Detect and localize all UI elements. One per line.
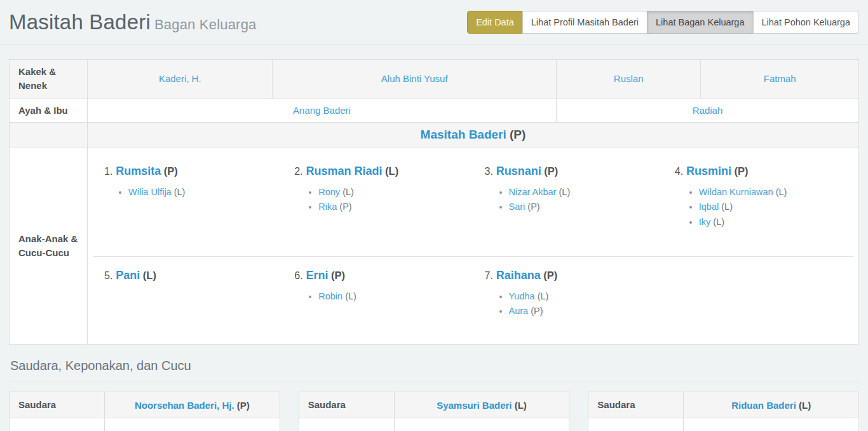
- grandkid-link[interactable]: Nizar Akbar: [509, 187, 557, 197]
- children-row: Anak-Anak & Cucu-Cucu 1.Rumsita (P) Wili…: [10, 147, 859, 345]
- grandkid-gender: (P): [527, 202, 539, 212]
- child-gender: (L): [385, 165, 398, 177]
- grandkid-link[interactable]: Rony: [318, 187, 340, 197]
- grandkids-list: Wilia Ulfija (L): [104, 185, 273, 200]
- grandkid-item: Iqbal (L): [699, 200, 843, 214]
- nephews-label: Keponakan & Cucu-Cucu: [10, 418, 105, 431]
- person-title: Masitah Baderi: [9, 10, 151, 34]
- child-block: 7.Raihana (P) Yudha (L) Aura (P): [473, 257, 663, 339]
- child-block: 1.Rumsita (P) Wilia Ulfija (L): [93, 153, 283, 256]
- child-link[interactable]: Erni: [306, 269, 329, 282]
- person-label-empty: [10, 123, 88, 147]
- sibling-table: Saudara Noorsehan Baderi, Hj. (P) Kepona…: [9, 392, 280, 431]
- grandkid-gender: (L): [342, 187, 354, 197]
- grandparent-link[interactable]: Fatmah: [764, 73, 796, 84]
- family-table-wrap: Kakek & Nenek Kaderi, H. Aluh Binti Yusu…: [9, 59, 859, 345]
- sibling-gender: (P): [237, 400, 250, 411]
- child-link[interactable]: Rusman Riadi: [306, 165, 383, 177]
- view-tree-button[interactable]: Lihat Pohon Keluarga: [753, 11, 859, 34]
- mother-link[interactable]: Radiah: [693, 105, 723, 116]
- child-link[interactable]: Rusnani: [496, 165, 541, 177]
- view-chart-button[interactable]: Lihat Bagan Keluarga: [647, 11, 753, 34]
- sibling-link[interactable]: Riduan Baderi: [731, 400, 796, 411]
- grandparent-link[interactable]: Kaderi, H.: [159, 73, 201, 84]
- nephews-label: Keponakan & Cucu-Cucu: [299, 418, 394, 431]
- person-gender: (P): [510, 128, 526, 141]
- grandparent-link[interactable]: Ruslan: [614, 73, 644, 84]
- child-block: 3.Rusnani (P) Nizar Akbar (L) Sari (P): [473, 153, 663, 256]
- child-heading: 7.Raihana (P): [485, 269, 653, 282]
- grandkids-list: Robin (L): [294, 289, 463, 304]
- grandkid-item: Robin (L): [318, 289, 463, 304]
- grandkid-item: Rika (P): [318, 200, 463, 214]
- view-profile-button[interactable]: Lihat Profil Masitah Baderi: [522, 11, 648, 34]
- grandkids-list: Wildan Kurniawan (L) Iqbal (L) Iky (L): [675, 185, 843, 229]
- grandkid-link[interactable]: Aura: [509, 306, 529, 316]
- grandkid-link[interactable]: Yudha: [509, 291, 535, 301]
- grandkid-link[interactable]: Sari: [509, 202, 526, 212]
- child-number: 4.: [675, 166, 683, 177]
- header-button-group: Edit Data Lihat Profil Masitah Baderi Li…: [467, 11, 859, 34]
- grandkid-gender: (L): [721, 202, 733, 212]
- edit-data-button[interactable]: Edit Data: [467, 11, 523, 34]
- child-heading: 1.Rumsita (P): [104, 165, 273, 178]
- grandkids-list: Rony (L) Rika (P): [294, 185, 463, 214]
- children-grid-row-1: 1.Rumsita (P) Wilia Ulfija (L) 2.Rusman …: [93, 153, 853, 256]
- sibling-label: Saudara: [10, 392, 105, 418]
- grandkid-link[interactable]: Iqbal: [699, 202, 719, 212]
- grandkid-item: Wilia Ulfija (L): [128, 185, 273, 200]
- child-number: 1.: [104, 166, 112, 177]
- child-number: 3.: [485, 166, 493, 177]
- sibling-table: Saudara Riduan Baderi (L) Keponakan & Cu…: [588, 392, 859, 431]
- child-block: 4.Rusmini (P) Wildan Kurniawan (L) Iqbal…: [663, 153, 853, 256]
- grandkid-link[interactable]: Robin: [318, 291, 342, 301]
- child-heading: 2.Rusman Riadi (L): [294, 165, 463, 178]
- grandkids-list: Yudha (L) Aura (P): [485, 289, 653, 318]
- child-link[interactable]: Rumsita: [116, 165, 161, 177]
- grandkid-gender: (P): [531, 306, 543, 316]
- person-name-wrap: Masitah Baderi (P): [421, 128, 526, 141]
- sibling-gender: (L): [515, 400, 527, 411]
- child-block: 2.Rusman Riadi (L) Rony (L) Rika (P): [283, 153, 473, 256]
- nephews-row: Keponakan & Cucu-Cucu 1.Muna Makmun (P) …: [10, 418, 280, 431]
- child-link[interactable]: Pani: [116, 269, 140, 282]
- siblings-section-heading: Saudara, Keponakan, dan Cucu: [9, 355, 859, 381]
- child-number: 2.: [294, 166, 302, 177]
- sibling-link[interactable]: Noorsehan Baderi, Hj.: [135, 400, 234, 411]
- child-link[interactable]: Raihana: [496, 269, 541, 282]
- child-link[interactable]: Rusmini: [686, 165, 731, 177]
- sibling-link[interactable]: Syamsuri Baderi: [437, 400, 512, 411]
- father-link[interactable]: Anang Baderi: [293, 105, 351, 116]
- parents-label: Ayah & Ibu: [10, 98, 88, 123]
- grandkids-list: Nizar Akbar (L) Sari (P): [485, 185, 653, 214]
- sibling-label: Saudara: [299, 392, 394, 418]
- child-gender: (P): [544, 165, 558, 177]
- page-header: Masitah BaderiBagan Keluarga Edit Data L…: [0, 0, 868, 45]
- family-table: Kakek & Nenek Kaderi, H. Aluh Binti Yusu…: [9, 59, 859, 345]
- child-heading: 3.Rusnani (P): [485, 165, 653, 178]
- sibling-card-3: Saudara Riduan Baderi (L) Keponakan & Cu…: [588, 392, 859, 431]
- nephews-row: Keponakan & Cucu-Cucu 1.Zuraida (P) Andi…: [588, 418, 859, 431]
- grandkid-link[interactable]: Wildan Kurniawan: [699, 187, 773, 197]
- sibling-label: Saudara: [588, 392, 684, 418]
- sibling-name-row: Saudara Noorsehan Baderi, Hj. (P): [10, 392, 280, 418]
- sibling-card-1: Saudara Noorsehan Baderi, Hj. (P) Kepona…: [9, 392, 280, 431]
- grandkid-link[interactable]: Rika: [318, 202, 337, 212]
- sibling-gender: (L): [799, 400, 811, 411]
- person-link[interactable]: Masitah Baderi: [421, 128, 506, 141]
- grandkid-gender: (L): [776, 187, 787, 197]
- grandkid-link[interactable]: Iky: [699, 217, 711, 227]
- grandkid-link[interactable]: Wilia Ulfija: [128, 187, 172, 197]
- child-block-empty: [663, 257, 853, 339]
- grandparent-link[interactable]: Aluh Binti Yusuf: [381, 73, 448, 84]
- parents-row: Ayah & Ibu Anang Baderi Radiah: [10, 98, 859, 123]
- children-label: Anak-Anak & Cucu-Cucu: [10, 147, 88, 345]
- grandkid-item: Aura (P): [509, 304, 653, 318]
- child-heading: 5.Pani (L): [104, 269, 273, 282]
- sibling-cards: Saudara Noorsehan Baderi, Hj. (P) Kepona…: [9, 392, 859, 431]
- grandparents-label: Kakek & Nenek: [10, 60, 88, 99]
- grandkid-gender: (L): [174, 187, 186, 197]
- child-gender: (P): [543, 270, 557, 281]
- grandkid-item: Nizar Akbar (L): [509, 185, 653, 200]
- grandkid-gender: (L): [345, 291, 356, 301]
